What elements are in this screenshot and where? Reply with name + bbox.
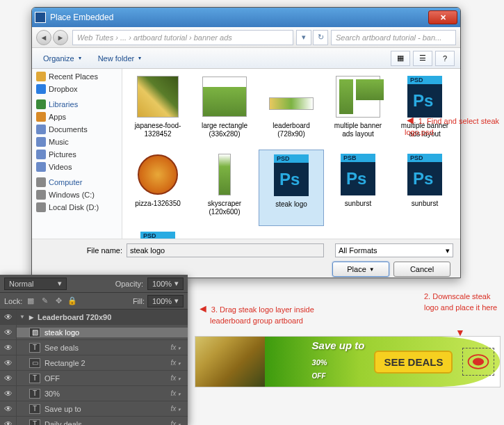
place-button[interactable]: Place ▼ [332, 262, 389, 277]
view-preview-button[interactable]: ▦ [391, 51, 410, 66]
organize-button[interactable]: Organize [38, 51, 87, 65]
sidebar-item[interactable]: Computer [32, 176, 122, 189]
layer-row[interactable]: 👁TOFFfx ▾ [0, 371, 188, 386]
file-item[interactable]: sunburst2 [125, 227, 190, 239]
forward-button[interactable]: ► [53, 30, 68, 45]
layer-row[interactable]: 👁T30%fx ▾ [0, 386, 188, 401]
banner-food-image [195, 337, 265, 387]
layer-row[interactable]: 👁▭Rectangle 2fx ▾ [0, 355, 188, 371]
file-item[interactable]: leaderboard (728x90) [259, 72, 324, 148]
visibility-icon[interactable]: 👁 [0, 417, 17, 425]
file-item[interactable]: pizza-1326350 [125, 150, 190, 226]
file-area[interactable]: japanese-food-1328452large rectangle (33… [122, 69, 460, 239]
search-input[interactable]: Search artboard tutorial - ban... [331, 30, 456, 45]
visibility-icon[interactable]: 👁 [0, 310, 17, 324]
titlebar[interactable]: Place Embedded ✕ [32, 8, 460, 27]
banner-percent: 30% [312, 358, 327, 367]
filter-dropdown[interactable]: All Formats▾ [335, 243, 453, 257]
sidebar-item[interactable]: Windows (C:) [32, 189, 122, 201]
lock-paint-icon[interactable]: ✎ [39, 296, 50, 307]
layer-group[interactable]: 👁 ▼▸Leaderboard 720x90 [0, 310, 188, 325]
dialog-title: Place Embedded [50, 13, 428, 22]
file-item[interactable]: steak logo [259, 150, 324, 226]
layer-row[interactable]: 👁TSave up tofx ▾ [0, 401, 188, 417]
app-icon [35, 12, 46, 23]
see-deals-button[interactable]: SEE DEALS [374, 351, 453, 374]
annotation-3: ◄3. Drag steak logo layer insideleaderbo… [197, 303, 364, 326]
filename-input[interactable]: steak logo [127, 243, 324, 257]
filename-label: File name: [39, 246, 122, 255]
cancel-button[interactable]: Cancel [393, 262, 450, 277]
sidebar-item[interactable]: Libraries [32, 98, 122, 111]
layer-row[interactable]: 👁▧steak logo [0, 325, 188, 340]
help-button[interactable]: ? [435, 51, 455, 66]
visibility-icon[interactable]: 👁 [0, 355, 17, 370]
sidebar-item[interactable]: Documents [32, 123, 122, 136]
layers-panel: Normal▾ Opacity: 100%▾ Lock: ▩ ✎ ✥ 🔒 Fil… [0, 275, 188, 425]
breadcrumb[interactable]: Web Tutes › ... › artboard tutorial › ba… [72, 30, 293, 45]
svg-point-1 [473, 358, 484, 366]
lock-label: Lock: [4, 297, 22, 305]
layer-row[interactable]: 👁TSee dealsfx ▾ [0, 340, 188, 355]
new-folder-button[interactable]: New folder [92, 51, 147, 65]
file-item[interactable]: large rectangle (336x280) [192, 72, 257, 148]
sidebar-item[interactable]: Local Disk (D:) [32, 201, 122, 214]
layer-row[interactable]: 👁TDaily dealsfx ▾ [0, 417, 188, 425]
visibility-icon[interactable]: 👁 [0, 401, 17, 416]
steak-logo-placeholder[interactable] [462, 348, 494, 376]
sidebar-item[interactable]: Apps [32, 111, 122, 123]
file-item[interactable]: multiple banner ads layout [325, 72, 391, 148]
annotation-2: 2. Downscale steak logo and place it her… [424, 291, 501, 313]
toolbar: Organize New folder ▦ ☰ ? [32, 48, 460, 69]
close-button[interactable]: ✕ [428, 10, 457, 24]
visibility-icon[interactable]: 👁 [0, 340, 17, 355]
visibility-icon[interactable]: 👁 [0, 371, 17, 385]
leaderboard-banner: Save up to 30%OFF SEE DEALS [195, 336, 501, 387]
file-item[interactable]: japanese-food-1328452 [125, 72, 190, 148]
back-button[interactable]: ◄ [36, 30, 51, 45]
file-item[interactable]: sunburst [325, 150, 391, 226]
fill-label: Fill: [133, 297, 145, 305]
dropdown-history-button[interactable]: ▾ [296, 30, 311, 45]
fill-input[interactable]: 100%▾ [147, 295, 184, 307]
opacity-label: Opacity: [115, 280, 143, 288]
opacity-input[interactable]: 100%▾ [147, 278, 184, 290]
place-embedded-dialog: Place Embedded ✕ ◄ ► Web Tutes › ... › a… [31, 7, 461, 278]
refresh-button[interactable]: ↻ [313, 30, 328, 45]
view-options-button[interactable]: ☰ [413, 51, 432, 66]
file-item[interactable]: sunburst [392, 150, 457, 226]
nav-sidebar: Recent PlacesDropboxLibrariesAppsDocumen… [32, 69, 122, 239]
lock-position-icon[interactable]: ✥ [53, 296, 64, 307]
sidebar-item[interactable]: Pictures [32, 148, 122, 161]
sidebar-item[interactable]: Music [32, 136, 122, 148]
lock-all-icon[interactable]: 🔒 [67, 296, 78, 307]
lock-transparency-icon[interactable]: ▩ [25, 296, 36, 307]
annotation-1: ◄1. Find and select steak logo.psd [405, 115, 502, 138]
banner-off: OFF [312, 369, 365, 384]
banner-save-text: Save up to [312, 339, 365, 351]
sidebar-item[interactable]: Recent Places [32, 70, 122, 83]
sidebar-item[interactable]: Dropbox [32, 83, 122, 95]
visibility-icon[interactable]: 👁 [0, 386, 17, 401]
blend-mode-dropdown[interactable]: Normal▾ [4, 278, 67, 290]
nav-row: ◄ ► Web Tutes › ... › artboard tutorial … [32, 27, 460, 48]
visibility-icon[interactable]: 👁 [0, 325, 17, 339]
file-item[interactable]: skyscraper (120x600) [192, 150, 257, 226]
sidebar-item[interactable]: Videos [32, 161, 122, 173]
